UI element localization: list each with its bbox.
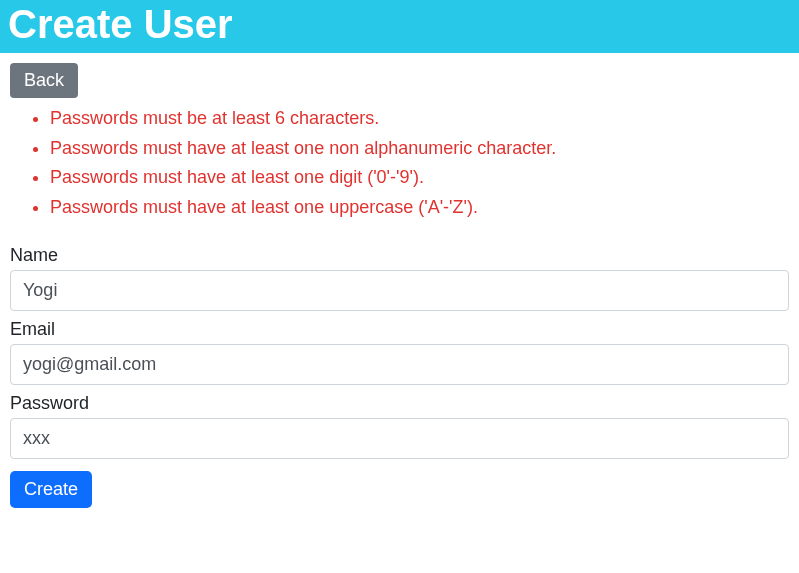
password-group: Password	[10, 393, 789, 459]
name-label: Name	[10, 245, 789, 266]
content-area: Back Passwords must be at least 6 charac…	[0, 53, 799, 518]
error-item: Passwords must have at least one non alp…	[50, 134, 789, 164]
page-header: Create User	[0, 0, 799, 53]
email-group: Email	[10, 319, 789, 385]
password-label: Password	[10, 393, 789, 414]
email-field[interactable]	[10, 344, 789, 385]
email-label: Email	[10, 319, 789, 340]
page-title: Create User	[8, 2, 791, 47]
password-field[interactable]	[10, 418, 789, 459]
back-button[interactable]: Back	[10, 63, 78, 98]
error-item: Passwords must be at least 6 characters.	[50, 104, 789, 134]
create-button[interactable]: Create	[10, 471, 92, 508]
name-field[interactable]	[10, 270, 789, 311]
name-group: Name	[10, 245, 789, 311]
error-item: Passwords must have at least one digit (…	[50, 163, 789, 193]
error-item: Passwords must have at least one upperca…	[50, 193, 789, 223]
validation-error-list: Passwords must be at least 6 characters.…	[10, 104, 789, 223]
